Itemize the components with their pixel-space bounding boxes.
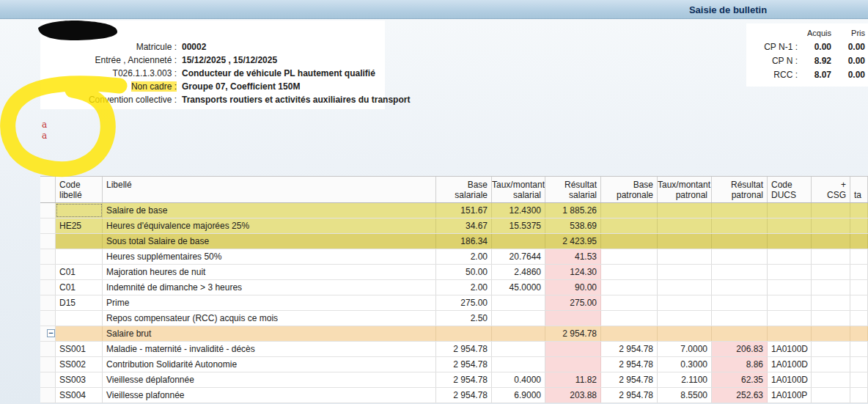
cell-base_pat[interactable]: 2 954.78 <box>601 372 658 387</box>
cell-base_pat[interactable]: 2 954.78 <box>601 342 658 356</box>
table-row[interactable]: HE25Heures d'équivalence majorées 25%34.… <box>40 218 868 234</box>
cell-base_pat[interactable] <box>601 249 658 264</box>
cell-res_sal[interactable]: 203.88 <box>545 388 601 403</box>
cell-res_pat[interactable]: 62.35 <box>712 372 768 387</box>
cell-taux_pat[interactable] <box>658 295 712 310</box>
cell-base_sal[interactable]: 2.00 <box>436 249 492 264</box>
table-row[interactable]: −Salaire brut2 954.78 <box>40 326 868 342</box>
cell-code[interactable]: SS004 <box>56 388 103 403</box>
table-row[interactable]: Sous total Salaire de base186.342 423.95 <box>40 234 868 249</box>
cell-taux_pat[interactable] <box>658 326 712 341</box>
cell-ta[interactable] <box>850 249 868 264</box>
cell-expand[interactable] <box>40 218 56 233</box>
cell-ducs[interactable] <box>768 234 812 249</box>
cell-taux_sal[interactable]: 0.4000 <box>492 372 545 387</box>
cell-code[interactable]: D15 <box>56 295 103 310</box>
cell-lib[interactable]: Vieillesse plafonnée <box>103 388 436 403</box>
cell-taux_pat[interactable] <box>658 249 712 264</box>
cell-ta[interactable] <box>850 388 868 403</box>
cell-base_sal[interactable]: 151.67 <box>436 203 492 218</box>
cell-lib[interactable]: Sous total Salaire de base <box>103 234 436 249</box>
table-row[interactable]: C01Majoration heures de nuit50.002.48601… <box>40 265 868 280</box>
cell-lib[interactable]: Maladie - maternité - invalidité - décès <box>103 342 436 356</box>
cell-csg[interactable] <box>812 388 850 403</box>
cell-res_pat[interactable]: 8.86 <box>712 357 768 372</box>
cell-base_sal[interactable]: 2 954.78 <box>436 357 492 372</box>
cell-res_sal[interactable] <box>545 311 601 326</box>
cell-code[interactable] <box>56 326 103 341</box>
cell-taux_pat[interactable] <box>658 280 712 295</box>
cell-ducs[interactable] <box>768 311 812 326</box>
cell-res_pat[interactable] <box>712 203 768 218</box>
cell-expand[interactable] <box>40 342 56 356</box>
cell-csg[interactable] <box>812 311 850 326</box>
cell-base_sal[interactable]: 2.00 <box>436 280 492 295</box>
cell-base_pat[interactable] <box>601 326 658 341</box>
cell-csg[interactable] <box>812 295 850 310</box>
cell-res_sal[interactable]: 275.00 <box>545 295 601 310</box>
cell-csg[interactable] <box>812 234 850 249</box>
cell-taux_pat[interactable]: 2.1100 <box>658 372 712 387</box>
cell-taux_sal[interactable]: 2.4860 <box>492 265 545 279</box>
cell-lib[interactable]: Repos compensateur (RCC) acquis ce mois <box>103 311 436 326</box>
cell-res_pat[interactable] <box>712 326 768 341</box>
cell-lib[interactable]: Salaire brut <box>103 326 436 341</box>
cell-ta[interactable] <box>850 295 868 310</box>
cell-taux_pat[interactable]: 7.0000 <box>658 342 712 356</box>
cell-taux_sal[interactable]: 45.0000 <box>492 280 545 295</box>
cell-lib[interactable]: Prime <box>103 295 436 310</box>
cell-lib[interactable]: Indemnité de dimanche > 3 heures <box>103 280 436 295</box>
table-row[interactable]: Repos compensateur (RCC) acquis ce mois2… <box>40 311 868 326</box>
cell-code[interactable]: HE25 <box>56 218 103 233</box>
cell-ducs[interactable] <box>768 249 812 264</box>
cell-expand[interactable] <box>40 280 56 295</box>
cell-base_sal[interactable] <box>436 326 492 341</box>
cell-taux_sal[interactable] <box>492 295 545 310</box>
cell-taux_pat[interactable] <box>658 218 712 233</box>
cell-res_sal[interactable] <box>545 342 601 356</box>
table-row[interactable]: C01Indemnité de dimanche > 3 heures2.004… <box>40 280 868 295</box>
cell-res_sal[interactable]: 124.30 <box>545 265 601 279</box>
cell-res_pat[interactable]: 252.63 <box>712 388 768 403</box>
cell-taux_sal[interactable]: 6.9000 <box>492 388 545 403</box>
cell-csg[interactable] <box>812 280 850 295</box>
cell-base_sal[interactable]: 186.34 <box>436 234 492 249</box>
cell-lib[interactable]: Majoration heures de nuit <box>103 265 436 279</box>
cell-taux_sal[interactable] <box>492 234 545 249</box>
cell-code[interactable]: SS001 <box>56 342 103 356</box>
cell-lib[interactable]: Contribution Solidarité Autonomie <box>103 357 436 372</box>
cell-expand[interactable] <box>40 203 56 218</box>
cell-ta[interactable] <box>850 357 868 372</box>
cell-csg[interactable] <box>812 372 850 387</box>
cell-csg[interactable] <box>812 218 850 233</box>
cell-ducs[interactable] <box>768 203 812 218</box>
table-row[interactable]: SS003Vieillesse déplafonnée2 954.780.400… <box>40 372 868 388</box>
table-row[interactable]: SS001Maladie - maternité - invalidité - … <box>40 342 868 357</box>
cell-expand[interactable] <box>40 234 56 249</box>
cell-expand[interactable] <box>40 249 56 264</box>
cell-lib[interactable]: Salaire de base <box>103 203 436 218</box>
cell-expand[interactable] <box>40 265 56 279</box>
cell-csg[interactable] <box>812 265 850 279</box>
cell-taux_pat[interactable]: 8.5500 <box>658 388 712 403</box>
cell-ducs[interactable]: 1A0100D <box>768 372 812 387</box>
cell-base_sal[interactable]: 2 954.78 <box>436 342 492 356</box>
cell-ta[interactable] <box>850 265 868 279</box>
cell-base_pat[interactable] <box>601 234 658 249</box>
cell-taux_pat[interactable] <box>658 265 712 279</box>
cell-ta[interactable] <box>850 218 868 233</box>
cell-ducs[interactable]: 1A0100D <box>768 357 812 372</box>
cell-ta[interactable] <box>850 311 868 326</box>
cell-res_sal[interactable]: 2 423.95 <box>545 234 601 249</box>
cell-csg[interactable] <box>812 326 850 341</box>
cell-lib[interactable]: Vieillesse déplafonnée <box>103 372 436 387</box>
cell-base_pat[interactable] <box>601 295 658 310</box>
cell-taux_pat[interactable]: 0.3000 <box>658 357 712 372</box>
cell-base_sal[interactable]: 34.67 <box>436 218 492 233</box>
cell-code[interactable]: C01 <box>56 265 103 279</box>
cell-code[interactable]: SS003 <box>56 372 103 387</box>
cell-res_pat[interactable] <box>712 234 768 249</box>
cell-csg[interactable] <box>812 342 850 356</box>
cell-res_sal[interactable]: 41.53 <box>545 249 601 264</box>
cell-csg[interactable] <box>812 357 850 372</box>
